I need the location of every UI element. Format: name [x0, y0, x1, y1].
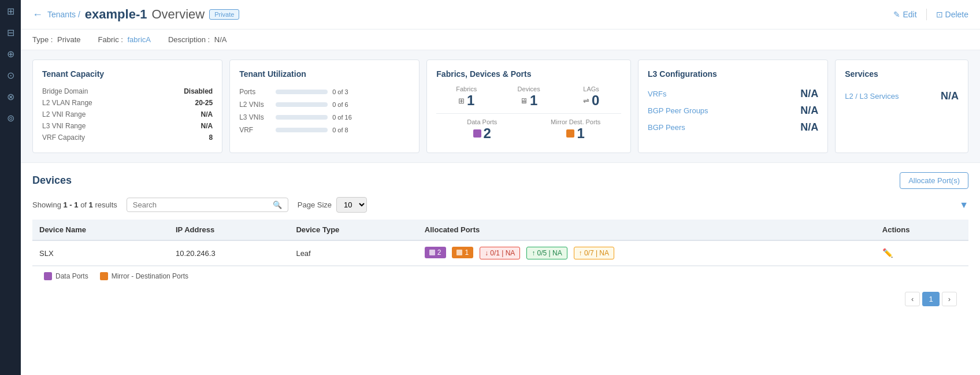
capacity-row: Bridge DomainDisabled	[42, 86, 213, 97]
prev-page-button[interactable]: ‹	[905, 292, 920, 306]
util-value: 0 of 3	[332, 88, 348, 95]
devices-col: Devices 🖥 1	[499, 86, 559, 109]
service-row: L2 / L3 ServicesN/A	[845, 86, 959, 107]
sidebar-icon-layers[interactable]: ⊞	[7, 6, 14, 17]
lags-icon: ⇌	[583, 96, 589, 105]
allocated-ports-cell: 2 1 ↓ 0/1 | NA ↑ 0/5 | NA ↑ 0/7 | NA	[418, 240, 875, 266]
up-green-badge: ↑ 0/5 | NA	[526, 247, 567, 259]
capacity-row: L3 VNI RangeN/A	[42, 120, 213, 132]
util-bar-bg	[276, 102, 328, 107]
devices-tbody: SLX 10.20.246.3 Leaf 2 1 ↓ 0/1 | NA ↑ 0/…	[32, 240, 968, 266]
sidebar-icon-circle[interactable]: ⊙	[7, 70, 14, 81]
showing-range: 1 - 1	[64, 201, 79, 209]
legend-data-ports: Data Ports	[44, 272, 88, 280]
fabrics-label: Fabrics	[436, 86, 496, 92]
desc-label: Description :	[168, 35, 210, 44]
devices-count-row: 🖥 1	[499, 92, 559, 109]
delete-label: Delete	[945, 10, 968, 19]
cards-row: Tenant Capacity Bridge DomainDisabledL2 …	[21, 50, 980, 163]
l3-row-label[interactable]: VRFs	[648, 90, 667, 98]
allocate-ports-button[interactable]: Allocate Port(s)	[900, 172, 968, 189]
capacity-row-label: L3 VNI Range	[42, 122, 86, 130]
lags-count: 0	[592, 92, 599, 109]
util-row: L2 VNIs 0 of 6	[239, 98, 410, 111]
fdb-bottom: Data Ports 2 Mirror Dest. Ports 1	[436, 118, 621, 142]
table-controls: Showing 1 - 1 of 1 results 🔍 Page Size 1…	[32, 197, 968, 213]
capacity-row: L2 VLAN Range20-25	[42, 97, 213, 109]
row-edit-button[interactable]: ✏️	[882, 248, 893, 258]
col-allocated-ports: Allocated Ports	[418, 220, 875, 240]
sub-header: Type : Private Fabric : fabricA Descript…	[21, 29, 980, 50]
capacity-rows: Bridge DomainDisabledL2 VLAN Range20-25L…	[42, 86, 213, 143]
sidebar-icon-cross[interactable]: ⊗	[7, 91, 14, 102]
mirror-ports-icon	[566, 129, 574, 138]
search-icon: 🔍	[273, 201, 282, 209]
edit-label: Edit	[903, 10, 916, 19]
ip-address-cell: 10.20.246.3	[169, 240, 289, 266]
capacity-row-label: Bridge Domain	[42, 87, 88, 95]
delete-button[interactable]: ⊡ Delete	[936, 10, 968, 19]
filter-icon[interactable]: ▼	[959, 200, 968, 210]
util-bar-bg	[276, 128, 328, 132]
search-box[interactable]: 🔍	[127, 198, 288, 212]
up-yellow-badge: ↑ 0/7 | NA	[574, 247, 614, 259]
utilization-title: Tenant Utilization	[239, 69, 410, 79]
capacity-row-value: 8	[209, 133, 213, 142]
back-button[interactable]: ←	[32, 9, 43, 21]
service-row-value: N/A	[941, 90, 959, 102]
legend-data-ports-icon	[44, 272, 52, 280]
lags-label: LAGs	[561, 86, 621, 92]
legend-mirror-ports-label: Mirror - Destination Ports	[112, 272, 188, 280]
fabrics-col: Fabrics ⊞ 1	[436, 86, 496, 109]
l3-row: BGP PeersN/A	[648, 119, 818, 136]
table-row: SLX 10.20.246.3 Leaf 2 1 ↓ 0/1 | NA ↑ 0/…	[32, 240, 968, 266]
mirror-ports-badge-icon	[456, 250, 462, 255]
search-input[interactable]	[133, 201, 269, 209]
edit-button[interactable]: ✎ Edit	[893, 10, 916, 19]
breadcrumb[interactable]: Tenants /	[47, 10, 80, 19]
capacity-row-value: Disabled	[184, 87, 213, 95]
devices-count: 1	[530, 92, 537, 109]
capacity-row: VRF Capacity8	[42, 132, 213, 143]
l3-row-value: N/A	[800, 88, 818, 100]
l3-row-label[interactable]: BGP Peer Groups	[648, 106, 708, 115]
sidebar-icon-nodes[interactable]: ⊕	[7, 49, 14, 60]
col-actions: Actions	[875, 220, 968, 240]
sidebar-icon-users[interactable]: ⊚	[7, 113, 14, 124]
header-left: ← Tenants / example-1 Overview Private	[32, 7, 239, 22]
legend-mirror-ports-icon	[100, 272, 108, 280]
l3-row-label[interactable]: BGP Peers	[648, 123, 685, 132]
util-value: 0 of 16	[332, 114, 352, 121]
tenant-capacity-card: Tenant Capacity Bridge DomainDisabledL2 …	[32, 60, 222, 153]
page-1-button[interactable]: 1	[922, 292, 939, 306]
page-size-select[interactable]: 10 25 50	[336, 197, 367, 213]
capacity-row-value: N/A	[201, 110, 213, 118]
fdb-top-grid: Fabrics ⊞ 1 Devices 🖥 1 LAGs	[436, 86, 621, 109]
service-row-label[interactable]: L2 / L3 Services	[845, 92, 899, 101]
desc-value: N/A	[214, 35, 227, 44]
devices-table: Device Name IP Address Device Type Alloc…	[32, 220, 968, 266]
capacity-title: Tenant Capacity	[42, 69, 213, 79]
services-title: Services	[845, 69, 959, 79]
pagination: ‹ 1 ›	[32, 286, 968, 312]
sidebar-icon-grid[interactable]: ⊟	[7, 27, 14, 38]
services-card: Services L2 / L3 ServicesN/A	[835, 60, 968, 153]
mirror-ports-badge: 1	[452, 247, 473, 258]
page-size-label: Page Size	[298, 201, 332, 209]
device-type-cell: Leaf	[289, 240, 417, 266]
data-ports-count-row: 2	[436, 125, 528, 142]
main-content: ← Tenants / example-1 Overview Private ✎…	[21, 0, 980, 375]
fdb-title: Fabrics, Devices & Ports	[436, 69, 621, 79]
table-header: Device Name IP Address Device Type Alloc…	[32, 220, 968, 240]
services-rows: L2 / L3 ServicesN/A	[845, 86, 959, 107]
devices-section: Devices Allocate Port(s) Showing 1 - 1 o…	[21, 163, 980, 321]
util-label: Ports	[239, 88, 271, 96]
capacity-row-value: 20-25	[195, 99, 213, 107]
data-ports-col: Data Ports 2	[436, 118, 528, 142]
util-row: L3 VNIs 0 of 16	[239, 111, 410, 124]
fabric-value[interactable]: fabricA	[127, 35, 150, 44]
util-row: VRF 0 of 8	[239, 124, 410, 136]
col-device-name: Device Name	[32, 220, 169, 240]
type-label: Type :	[32, 35, 53, 44]
next-page-button[interactable]: ›	[942, 292, 957, 306]
